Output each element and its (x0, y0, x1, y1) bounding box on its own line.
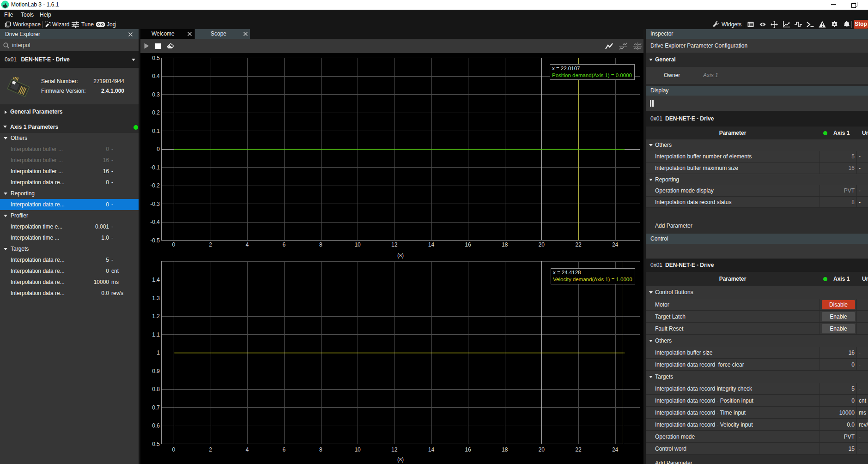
svg-text:10: 10 (354, 241, 361, 248)
svg-text:20: 20 (539, 241, 545, 248)
svg-text:0.4: 0.4 (152, 73, 160, 79)
svg-text:-0.3: -0.3 (150, 201, 160, 207)
svg-text:x = 22.0107: x = 22.0107 (552, 66, 580, 71)
svg-text:24: 24 (612, 446, 619, 453)
svg-text:-0.1: -0.1 (150, 164, 160, 171)
svg-text:16: 16 (465, 446, 471, 453)
svg-text:0: 0 (172, 446, 175, 453)
svg-text:18: 18 (502, 241, 508, 248)
svg-text:x = 24.4128: x = 24.4128 (553, 270, 581, 275)
svg-text:1: 1 (157, 350, 160, 356)
svg-text:2: 2 (209, 446, 212, 453)
svg-text:0: 0 (157, 146, 160, 152)
svg-text:8: 8 (319, 446, 322, 453)
svg-text:Position demand(Axis 1) = 0.00: Position demand(Axis 1) = 0.0000 (552, 72, 632, 78)
svg-text:10: 10 (354, 446, 361, 453)
svg-text:0.5: 0.5 (152, 55, 160, 61)
svg-text:22: 22 (575, 241, 582, 248)
svg-text:2: 2 (209, 241, 212, 248)
svg-text:1.2: 1.2 (152, 313, 160, 319)
svg-text:Velocity demand(Axis 1) = 1.00: Velocity demand(Axis 1) = 1.0000 (553, 277, 632, 282)
svg-text:1.3: 1.3 (152, 295, 160, 301)
svg-text:1.1: 1.1 (152, 331, 160, 338)
svg-text:6: 6 (282, 446, 285, 453)
svg-text:0.5: 0.5 (152, 441, 160, 447)
svg-text:(s): (s) (397, 252, 404, 259)
svg-text:4: 4 (246, 446, 249, 453)
svg-text:22: 22 (575, 446, 582, 453)
svg-text:0.8: 0.8 (152, 386, 160, 392)
svg-text:0.1: 0.1 (152, 128, 160, 134)
svg-text:0.3: 0.3 (152, 91, 160, 98)
svg-text:18: 18 (502, 446, 508, 453)
svg-text:4: 4 (246, 241, 249, 248)
svg-text:0.6: 0.6 (152, 422, 160, 429)
svg-text:0.7: 0.7 (152, 404, 160, 411)
svg-text:(s): (s) (397, 456, 404, 463)
svg-text:0.2: 0.2 (152, 109, 160, 116)
svg-text:14: 14 (428, 446, 435, 453)
svg-text:0: 0 (172, 241, 175, 248)
svg-text:-0.2: -0.2 (150, 182, 160, 189)
svg-text:12: 12 (391, 241, 398, 248)
svg-text:-0.4: -0.4 (150, 219, 160, 225)
svg-text:24: 24 (612, 241, 619, 248)
svg-text:-0.5: -0.5 (150, 237, 160, 244)
svg-text:20: 20 (539, 446, 545, 453)
svg-text:8: 8 (319, 241, 322, 248)
svg-text:1.4: 1.4 (152, 277, 160, 283)
svg-text:14: 14 (428, 241, 435, 248)
svg-text:6: 6 (282, 241, 285, 248)
svg-text:16: 16 (465, 241, 471, 248)
svg-text:12: 12 (391, 446, 398, 453)
svg-text:0.9: 0.9 (152, 368, 160, 374)
